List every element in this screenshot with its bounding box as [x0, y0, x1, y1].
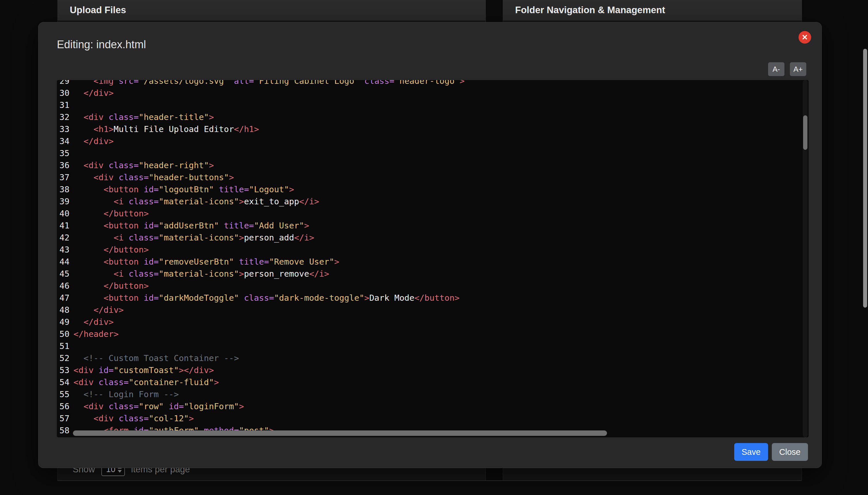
code-line-content: <button id="logoutBtn" title="Logout">: [73, 183, 808, 195]
code-line-content: </div>: [73, 316, 808, 328]
code-line: 39 <i class="material-icons">exit_to_app…: [57, 195, 808, 207]
page-scrollbar-thumb[interactable]: [863, 49, 867, 308]
close-icon: ✕: [802, 34, 808, 41]
line-number: 31: [57, 99, 69, 111]
line-number: 36: [57, 159, 69, 171]
panel-bottom-divider: [57, 480, 801, 481]
code-line-content: </button>: [73, 280, 808, 292]
line-number: 39: [57, 195, 69, 207]
code-line: 38 <button id="logoutBtn" title="Logout"…: [57, 183, 808, 195]
code-line: 30 </div>: [57, 87, 808, 99]
editor-horizontal-scrollbar-thumb[interactable]: [73, 430, 607, 436]
line-number: 30: [57, 87, 69, 99]
line-number: 53: [57, 364, 69, 376]
code-line: 50</header>: [57, 328, 808, 340]
font-increase-button[interactable]: A+: [790, 62, 806, 76]
upload-files-panel-title: Upload Files: [70, 5, 126, 16]
line-number: 48: [57, 304, 69, 316]
line-number: 34: [57, 135, 69, 147]
code-line-content: [73, 340, 808, 352]
line-number: 47: [57, 292, 69, 304]
line-number: 52: [57, 352, 69, 364]
code-line: 31: [57, 99, 808, 111]
code-line-content: </div>: [73, 135, 808, 147]
line-number: 29: [57, 80, 69, 87]
save-button[interactable]: Save: [734, 443, 768, 461]
code-line: 52 <!-- Custom Toast Container -->: [57, 352, 808, 364]
line-number: 51: [57, 340, 69, 352]
upload-files-panel-header: Upload Files: [58, 0, 486, 20]
folder-navigation-panel-title: Folder Navigation & Management: [515, 5, 665, 16]
font-size-controls: A- A+: [768, 62, 806, 76]
modal-title: Editing: index.html: [57, 38, 146, 51]
code-line: 42 <i class="material-icons">person_add<…: [57, 232, 808, 244]
code-line: 53<div id="customToast"></div>: [57, 364, 808, 376]
code-line-content: <div id="customToast"></div>: [73, 364, 808, 376]
line-number: 56: [57, 400, 69, 412]
code-line-content: <!-- Login Form -->: [73, 388, 808, 400]
code-line: 34 </div>: [57, 135, 808, 147]
code-line: 46 </button>: [57, 280, 808, 292]
line-number: 42: [57, 232, 69, 244]
code-line: 43 </button>: [57, 244, 808, 256]
font-decrease-button[interactable]: A-: [768, 62, 784, 76]
code-line-content: <div class="header-title">: [73, 111, 808, 123]
line-number: 45: [57, 268, 69, 280]
code-line: 56 <div class="row" id="loginForm">: [57, 400, 808, 412]
code-line: 41 <button id="addUserBtn" title="Add Us…: [57, 220, 808, 232]
editor-horizontal-scrollbar[interactable]: [57, 430, 808, 436]
code-line: 40 </button>: [57, 207, 808, 220]
code-line-content: <div class="container-fluid">: [73, 376, 808, 388]
code-line: 49 </div>: [57, 316, 808, 328]
code-line: 57 <div class="col-12">: [57, 412, 808, 424]
code-line-content: <div class="header-right">: [73, 159, 808, 171]
code-line-content: <div class="header-buttons">: [73, 171, 808, 183]
code-line-content: </button>: [73, 244, 808, 256]
code-line-content: <button id="darkModeToggle" class="dark-…: [73, 292, 808, 304]
code-line-content: <button id="removeUserBtn" title="Remove…: [73, 256, 808, 268]
line-number: 50: [57, 328, 69, 340]
code-line-content: <h1>Multi File Upload Editor</h1>: [73, 123, 808, 135]
line-number: 37: [57, 171, 69, 183]
code-line: 45 <i class="material-icons">person_remo…: [57, 268, 808, 280]
code-line: 44 <button id="removeUserBtn" title="Rem…: [57, 256, 808, 268]
code-line-content: <img src="/assets/logo.svg" alt="Filing …: [73, 80, 808, 87]
line-number: 46: [57, 280, 69, 292]
line-number: 54: [57, 376, 69, 388]
code-line-content: </button>: [73, 207, 808, 220]
code-line: 32 <div class="header-title">: [57, 111, 808, 123]
code-line-content: [73, 99, 808, 111]
code-line: 29 <img src="/assets/logo.svg" alt="Fili…: [57, 80, 808, 87]
code-line-content: </header>: [73, 328, 808, 340]
line-number: 40: [57, 207, 69, 220]
modal-close-button[interactable]: ✕: [799, 31, 811, 44]
code-line: 33 <h1>Multi File Upload Editor</h1>: [57, 123, 808, 135]
editor-vertical-scrollbar[interactable]: [803, 80, 808, 437]
page-scrollbar[interactable]: [863, 0, 867, 495]
editor-vertical-scrollbar-thumb[interactable]: [803, 115, 807, 150]
code-lines: 29 <img src="/assets/logo.svg" alt="Fili…: [57, 80, 808, 437]
close-button[interactable]: Close: [772, 443, 808, 461]
line-number: 57: [57, 412, 69, 424]
line-number: 35: [57, 147, 69, 159]
code-line: 36 <div class="header-right">: [57, 159, 808, 171]
code-line-content: </div>: [73, 87, 808, 99]
line-number: 55: [57, 388, 69, 400]
code-line-content: <i class="material-icons">person_remove<…: [73, 268, 808, 280]
code-line: 48 </div>: [57, 304, 808, 316]
code-line: 47 <button id="darkModeToggle" class="da…: [57, 292, 808, 304]
line-number: 41: [57, 220, 69, 232]
code-line: 55 <!-- Login Form -->: [57, 388, 808, 400]
code-line: 37 <div class="header-buttons">: [57, 171, 808, 183]
modal-actions: Save Close: [734, 443, 808, 461]
code-line-content: <div class="col-12">: [73, 412, 808, 424]
code-line-content: <i class="material-icons">person_add</i>: [73, 232, 808, 244]
line-number: 33: [57, 123, 69, 135]
folder-navigation-panel-header: Folder Navigation & Management: [503, 0, 802, 20]
code-line: 35: [57, 147, 808, 159]
code-editor[interactable]: 29 <img src="/assets/logo.svg" alt="Fili…: [57, 80, 808, 437]
code-line-content: <!-- Custom Toast Container -->: [73, 352, 808, 364]
code-line-content: <div class="row" id="loginForm">: [73, 400, 808, 412]
line-number: 38: [57, 183, 69, 195]
code-line-content: [73, 147, 808, 159]
